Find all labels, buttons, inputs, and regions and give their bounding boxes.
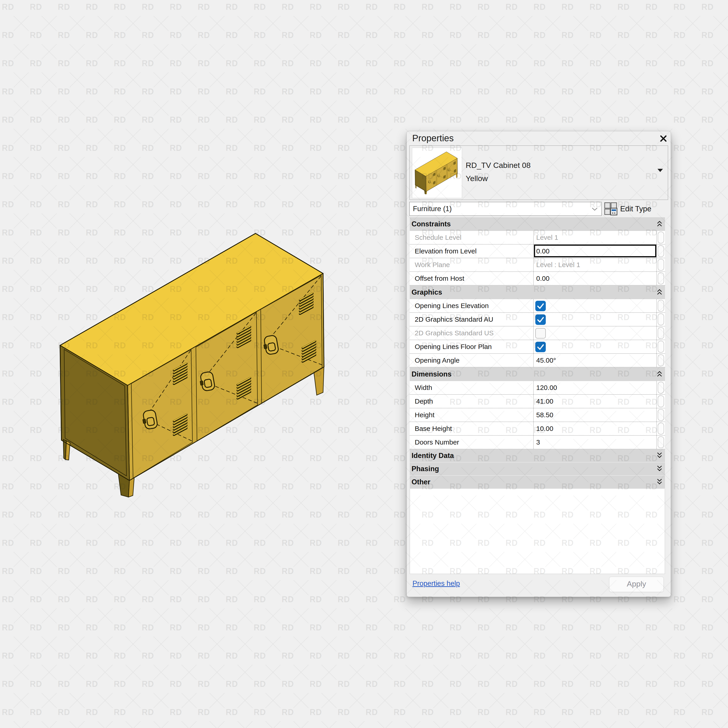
associate-parameter-button[interactable] bbox=[658, 232, 664, 243]
section-header-identity-data[interactable]: Identity Data bbox=[410, 449, 665, 462]
associate-parameter-button[interactable] bbox=[658, 245, 664, 257]
watermark-text: RD bbox=[142, 200, 154, 209]
collapse-chevron-icon[interactable] bbox=[657, 371, 662, 378]
section-header-phasing[interactable]: Phasing bbox=[410, 462, 665, 476]
watermark-x-icon bbox=[321, 156, 337, 173]
section-header-other[interactable]: Other bbox=[410, 476, 665, 489]
expand-chevron-icon[interactable] bbox=[657, 479, 662, 486]
apply-button[interactable]: Apply bbox=[609, 577, 664, 592]
associate-parameter-button[interactable] bbox=[658, 300, 664, 312]
checkbox-checked[interactable] bbox=[535, 301, 546, 311]
watermark-x-icon bbox=[684, 269, 701, 286]
watermark-x-icon bbox=[376, 664, 393, 681]
section-header-dimensions[interactable]: Dimensions bbox=[410, 367, 665, 381]
watermark-text: RD bbox=[393, 454, 406, 463]
watermark-text: RD bbox=[58, 143, 70, 153]
watermark-x-icon bbox=[460, 607, 477, 624]
property-value[interactable]: 3 bbox=[536, 438, 540, 446]
watermark-text: RD bbox=[393, 171, 406, 181]
watermark-x-icon bbox=[349, 72, 366, 88]
watermark-x-icon bbox=[292, 551, 309, 568]
property-value[interactable]: 0.00 bbox=[536, 247, 549, 255]
property-value[interactable]: Level 1 bbox=[536, 234, 558, 242]
watermark-x-icon bbox=[460, 72, 477, 88]
watermark-x-icon bbox=[180, 184, 197, 201]
property-value[interactable]: 41.00 bbox=[536, 398, 553, 405]
properties-panel: Properties RD_TV Cabinet 08 Yellow Furni… bbox=[407, 131, 671, 597]
watermark-x-icon bbox=[13, 579, 29, 596]
associate-parameter-button[interactable] bbox=[658, 272, 664, 284]
property-value[interactable]: 58.50 bbox=[536, 411, 553, 419]
collapse-chevron-icon[interactable] bbox=[657, 289, 662, 296]
watermark-x-icon bbox=[712, 72, 728, 88]
watermark-x-icon bbox=[349, 523, 366, 540]
watermark-text: RD bbox=[142, 87, 154, 96]
watermark-x-icon bbox=[237, 579, 254, 596]
watermark-text: RD bbox=[422, 623, 434, 632]
checkbox-unchecked[interactable] bbox=[535, 328, 546, 338]
property-value[interactable]: Level : Level 1 bbox=[536, 261, 580, 269]
watermark-text: RD bbox=[86, 171, 98, 181]
section-header-constraints[interactable]: Constraints bbox=[410, 217, 665, 231]
watermark-text: RD bbox=[645, 651, 658, 661]
watermark-x-icon bbox=[404, 72, 421, 88]
associate-parameter-button[interactable] bbox=[658, 314, 664, 325]
expand-chevron-icon[interactable] bbox=[657, 452, 662, 459]
watermark-text: RD bbox=[506, 59, 518, 68]
watermark-text: RD bbox=[645, 2, 658, 12]
associate-parameter-button[interactable] bbox=[658, 395, 664, 407]
watermark-x-icon bbox=[13, 551, 29, 568]
section-header-graphics[interactable]: Graphics bbox=[410, 286, 665, 299]
watermark-x-icon bbox=[125, 636, 142, 653]
associate-parameter-button[interactable] bbox=[658, 327, 664, 339]
watermark-text: RD bbox=[366, 482, 378, 491]
property-value[interactable]: 45.00° bbox=[536, 356, 556, 364]
watermark-x-icon bbox=[180, 99, 197, 116]
type-preview[interactable]: RD_TV Cabinet 08 Yellow bbox=[409, 145, 668, 200]
watermark-text: RD bbox=[30, 31, 42, 40]
expand-chevron-icon[interactable] bbox=[657, 465, 662, 473]
checkbox-checked[interactable] bbox=[535, 314, 546, 325]
watermark-x-icon bbox=[349, 636, 366, 653]
property-value[interactable]: 10.00 bbox=[536, 425, 553, 433]
property-value[interactable]: 120.00 bbox=[536, 384, 557, 392]
watermark-text: RD bbox=[450, 31, 462, 40]
associate-parameter-button[interactable] bbox=[658, 409, 664, 421]
watermark-text: RD bbox=[2, 397, 14, 407]
watermark-x-icon bbox=[237, 43, 254, 60]
watermark-text: RD bbox=[86, 623, 98, 632]
type-dropdown-caret-icon[interactable] bbox=[657, 168, 663, 172]
watermark-text: RD bbox=[281, 538, 294, 548]
watermark-text: RD bbox=[366, 115, 378, 125]
element-filter-select[interactable]: Furniture (1) bbox=[409, 202, 602, 216]
properties-help-link[interactable]: Properties help bbox=[413, 580, 460, 587]
watermark-text: RD bbox=[142, 679, 154, 689]
watermark-x-icon bbox=[712, 410, 728, 427]
associate-parameter-button[interactable] bbox=[658, 436, 664, 448]
collapse-chevron-icon[interactable] bbox=[657, 220, 662, 228]
watermark-x-icon bbox=[517, 43, 533, 60]
watermark-text: RD bbox=[338, 623, 350, 632]
watermark-x-icon bbox=[433, 720, 449, 728]
watermark-text: RD bbox=[450, 679, 462, 689]
watermark-text: RD bbox=[366, 369, 378, 379]
close-button[interactable] bbox=[659, 134, 668, 143]
panel-title: Properties bbox=[412, 133, 454, 143]
watermark-text: RD bbox=[254, 538, 266, 548]
associate-parameter-button[interactable] bbox=[658, 341, 664, 353]
watermark-x-icon bbox=[13, 241, 29, 257]
associate-parameter-button[interactable] bbox=[658, 259, 664, 271]
associate-parameter-button[interactable] bbox=[658, 355, 664, 366]
watermark-x-icon bbox=[321, 72, 337, 88]
watermark-x-icon bbox=[237, 15, 254, 32]
watermark-x-icon bbox=[572, 692, 589, 709]
watermark-text: RD bbox=[58, 87, 70, 96]
checkbox-checked[interactable] bbox=[535, 342, 546, 352]
property-value[interactable]: 0.00 bbox=[536, 275, 549, 282]
watermark-text: RD bbox=[618, 59, 630, 68]
associate-parameter-button[interactable] bbox=[658, 382, 664, 393]
edit-type-button[interactable]: Edit Type bbox=[604, 202, 668, 216]
watermark-x-icon bbox=[209, 15, 225, 32]
watermark-x-icon bbox=[265, 523, 281, 540]
associate-parameter-button[interactable] bbox=[658, 423, 664, 434]
